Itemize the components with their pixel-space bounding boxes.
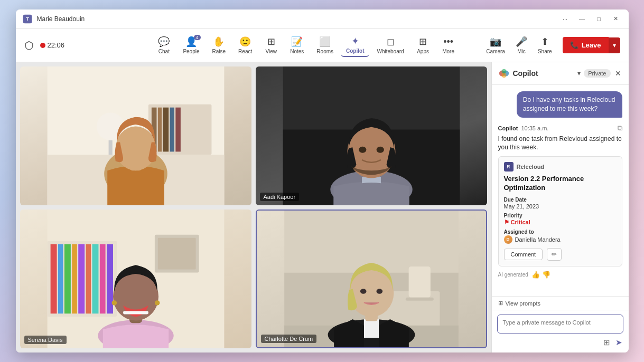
more-label: More (442, 49, 454, 54)
minimize-button[interactable]: — (576, 13, 589, 25)
window-controls: ··· — □ ✕ (559, 13, 622, 25)
notes-icon: 📝 (291, 36, 303, 47)
leave-label: Leave (582, 41, 601, 49)
ai-generated-label: AI generated (498, 272, 528, 278)
chat-icon: 💬 (158, 36, 170, 47)
more-options-button[interactable]: ··· (559, 13, 572, 25)
toolbar-item-rooms[interactable]: ⬜ Rooms (311, 34, 339, 56)
people-badge: 4 (194, 35, 201, 40)
main-content: Aadi Kapoor (16, 62, 629, 353)
task-card: R Relecloud Version 2.2 Performance Opti… (498, 156, 622, 266)
svg-rect-9 (175, 108, 181, 152)
video-cell-p1 (20, 66, 251, 205)
toolbar-center: 💬 Chat 👤 People 4 ✋ Raise 🙂 React ⊞ View (130, 33, 483, 57)
copilot-panel-title: Copilot (513, 69, 575, 78)
toolbar-left: 22:06 (24, 41, 130, 50)
toolbar-item-whiteboard[interactable]: ◻ Whiteboard (371, 34, 409, 56)
toolbar-item-raise[interactable]: ✋ Raise (207, 34, 231, 56)
toolbar-item-notes[interactable]: 📝 Notes (285, 34, 309, 56)
toolbar-item-chat[interactable]: 💬 Chat (152, 34, 175, 56)
toolbar-item-view[interactable]: ⊞ View (259, 34, 283, 56)
critical-text: Critical (511, 219, 530, 225)
recording-dot (40, 43, 45, 48)
teams-window: T Marie Beaudouin ··· — □ ✕ 22:06 💬 Chat (16, 9, 629, 353)
whiteboard-label: Whiteboard (377, 49, 404, 54)
toolbar-item-react[interactable]: 🙂 React (233, 34, 257, 56)
leave-dropdown-button[interactable]: ▾ (609, 37, 620, 53)
apps-icon: ⊞ (419, 36, 427, 47)
participant-label-p2: Aadi Kapoor (260, 193, 300, 201)
ai-feedback-buttons: 👍 👎 (531, 271, 550, 279)
task-assigned-value: D Daniella Mandera (504, 235, 617, 244)
teams-logo: T (22, 14, 33, 24)
svg-point-14 (115, 127, 156, 171)
input-apps-button[interactable]: ⊞ (602, 337, 611, 348)
svg-rect-11 (108, 140, 112, 155)
thumbs-down-button[interactable]: 👎 (542, 271, 550, 279)
leave-button-group: 📞 Leave ▾ (563, 37, 620, 53)
toolbar-item-people[interactable]: 👤 People 4 (178, 34, 204, 56)
chat-label: Chat (158, 49, 170, 54)
share-button[interactable]: ⬆ Share (534, 34, 556, 56)
svg-rect-25 (58, 244, 63, 314)
toolbar-right: 📷 Camera 🎤 Mic ⬆ Share 📞 Leave ▾ (483, 34, 620, 56)
copilot-timestamp: 10:35 a.m. (521, 125, 548, 131)
svg-point-20 (359, 147, 366, 153)
svg-rect-7 (163, 108, 169, 152)
svg-text:T: T (26, 16, 29, 22)
svg-rect-45 (405, 298, 433, 301)
copilot-input[interactable] (497, 315, 623, 334)
camera-button[interactable]: 📷 Camera (482, 34, 509, 56)
svg-rect-26 (64, 244, 70, 314)
copilot-panel: Copilot ▾ Private ✕ Do I have any tasks … (491, 62, 629, 353)
svg-rect-6 (157, 108, 161, 152)
video-cell-p3: Serena Davis (20, 209, 251, 348)
mic-button[interactable]: 🎤 Mic (511, 34, 531, 56)
apps-label: Apps (417, 49, 429, 54)
user-message-bubble: Do I have any tasks in Relecloud assigne… (517, 91, 622, 118)
toolbar-item-apps[interactable]: ⊞ Apps (412, 34, 435, 56)
svg-point-39 (154, 300, 160, 306)
toolbar-item-more[interactable]: ••• More (437, 34, 460, 56)
close-button[interactable]: ✕ (610, 13, 622, 25)
maximize-button[interactable]: □ (593, 13, 605, 25)
view-prompts-button[interactable]: ⊞ View prompts (492, 296, 629, 310)
copilot-msg-header: Copilot 10:35 a.m. ⧉ (498, 124, 622, 132)
svg-rect-40 (123, 311, 148, 314)
mic-icon: 🎤 (516, 36, 527, 47)
assignee-avatar: D (504, 235, 512, 244)
shield-icon (24, 41, 34, 50)
video-grid: Aadi Kapoor (16, 62, 491, 353)
task-due-date-value: May 21, 2023 (504, 203, 617, 209)
svg-rect-44 (408, 266, 430, 298)
copilot-dropdown-button[interactable]: ▾ (577, 70, 581, 77)
toolbar-item-copilot[interactable]: ✦ Copilot (341, 33, 369, 57)
svg-point-51 (360, 289, 366, 293)
task-due-date-label: Due Date (504, 197, 617, 203)
toolbar: 22:06 💬 Chat 👤 People 4 ✋ Raise 🙂 React (16, 28, 629, 62)
share-label: Share (538, 49, 552, 54)
task-priority-value: ⚑ Critical (504, 219, 617, 226)
copilot-input-area: ⊞ ➤ (492, 310, 629, 353)
private-badge: Private (584, 69, 610, 78)
send-message-button[interactable]: ➤ (614, 337, 623, 348)
copilot-close-button[interactable]: ✕ (614, 68, 622, 79)
copilot-header: Copilot ▾ Private ✕ (492, 62, 629, 85)
edit-button[interactable]: ✏ (547, 248, 562, 261)
svg-rect-29 (86, 244, 91, 314)
camera-icon: 📷 (490, 36, 501, 47)
leave-main-button[interactable]: 📞 Leave (563, 37, 609, 53)
copilot-input-actions: ⊞ ➤ (497, 337, 623, 348)
video-cell-p4: Charlotte De Crum (256, 209, 487, 348)
window-title: Marie Beaudouin (37, 15, 559, 23)
whiteboard-icon: ◻ (387, 36, 395, 47)
thumbs-up-button[interactable]: 👍 (531, 271, 540, 279)
task-assigned-field: Assigned to D Daniella Mandera (504, 229, 617, 244)
task-due-date-field: Due Date May 21, 2023 (504, 197, 617, 209)
notes-label: Notes (290, 49, 304, 54)
task-priority-field: Priority ⚑ Critical (504, 213, 617, 226)
copilot-bot-text: I found one task from Relevloud assigned… (498, 135, 622, 153)
more-icon: ••• (443, 36, 453, 47)
copy-message-button[interactable]: ⧉ (618, 124, 622, 132)
comment-button[interactable]: Comment (504, 249, 543, 260)
